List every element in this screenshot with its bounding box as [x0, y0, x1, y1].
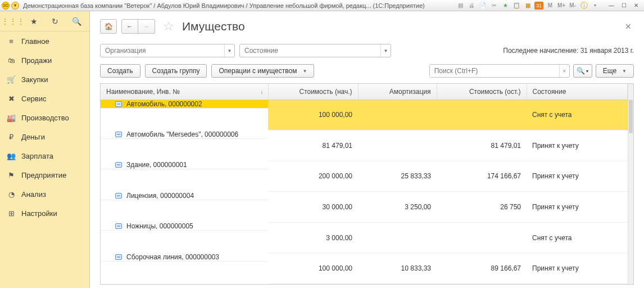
sidebar-item-label: Анализ: [21, 190, 46, 199]
sidebar-item[interactable]: ₽Деньги: [0, 127, 89, 146]
cut-icon[interactable]: ✂: [489, 2, 498, 10]
cell-cost1: 30 000,00: [268, 192, 358, 223]
sidebar-item[interactable]: ⚑Предприятие: [0, 165, 89, 184]
forward-button[interactable]: →: [138, 19, 155, 34]
cell-state: Принят к учету: [527, 192, 628, 223]
collapse-icon[interactable]: [115, 254, 122, 260]
col-amort[interactable]: Амортизация: [358, 84, 437, 100]
m-minus-button[interactable]: M-: [568, 2, 577, 10]
collapse-icon[interactable]: [115, 162, 122, 168]
col-cost1[interactable]: Стоимость (нач.): [268, 84, 358, 100]
main-content: 🏠 ← → ☆ Имущество ✕ ▼ ▼ Последнее начисл…: [90, 11, 644, 288]
clear-search-button[interactable]: ×: [559, 65, 569, 77]
sidebar-item[interactable]: ✖Сервис: [0, 89, 89, 108]
collapse-icon[interactable]: [115, 132, 122, 137]
close-tab-button[interactable]: ✕: [623, 20, 634, 33]
cell-name: Автомобиль "Mersedes", 000000006: [101, 130, 268, 139]
calc-icon[interactable]: ▦: [523, 2, 532, 10]
search-box[interactable]: ×: [429, 64, 570, 78]
collapse-icon[interactable]: [115, 223, 122, 229]
sidebar-item[interactable]: 🏭Производство: [0, 108, 89, 127]
cell-amort: [358, 100, 437, 130]
sidebar-item-icon: 🏭: [7, 113, 16, 122]
advanced-search-button[interactable]: 🔍▾: [573, 64, 592, 78]
cell-state: Снят с учета: [527, 100, 628, 130]
chevron-down-icon[interactable]: ▼: [380, 44, 391, 57]
sidebar-item-label: Сервис: [21, 94, 47, 103]
sidebar-item-icon: ⊞: [7, 209, 16, 218]
dropdown-icon[interactable]: ▾: [591, 2, 600, 10]
cell-amort: [358, 222, 437, 253]
table-row[interactable]: Автомобиль, 000000002100 000,00Снят с уч…: [101, 100, 628, 130]
search-input[interactable]: [430, 65, 559, 77]
cell-cost2: 89 166,67: [437, 253, 527, 284]
cell-cost1: 100 000,00: [268, 100, 358, 130]
m-plus-button[interactable]: M+: [557, 2, 566, 10]
col-cost2[interactable]: Стоимость (ост.): [437, 84, 527, 100]
sidebar-item-icon: 🛍: [7, 56, 16, 65]
chevron-down-icon: ▼: [302, 69, 307, 74]
sidebar-item-label: Продажи: [21, 56, 52, 65]
collapse-icon[interactable]: [115, 101, 122, 107]
sidebar-item[interactable]: 👥Зарплата: [0, 146, 89, 165]
cell-cost1: 81 479,01: [268, 130, 358, 161]
sidebar-item-icon: ₽: [7, 132, 16, 141]
sidebar-item-label: Деньги: [21, 133, 45, 141]
sidebar-item[interactable]: 🛒Закупки: [0, 70, 89, 89]
tool-icon[interactable]: ▤: [456, 2, 465, 10]
minimize-button[interactable]: —: [605, 1, 618, 10]
sidebar: ⋮⋮⋮ ★ ↻ 🔍 ≡Главное🛍Продажи🛒Закупки✖Серви…: [0, 11, 90, 288]
create-group-button[interactable]: Создать группу: [145, 64, 207, 78]
state-combo[interactable]: ▼: [239, 44, 391, 57]
cell-state: Принят к учету: [527, 161, 628, 192]
maximize-button[interactable]: ☐: [618, 1, 630, 10]
sidebar-item-icon: 🛒: [7, 75, 16, 84]
table-row[interactable]: Здание, 000000001200 000,0025 833,33174 …: [101, 161, 628, 192]
org-combo[interactable]: ▼: [100, 44, 235, 57]
create-button[interactable]: Создать: [100, 64, 140, 78]
dropdown-icon[interactable]: ▾: [11, 2, 19, 10]
collapse-icon[interactable]: [115, 193, 122, 199]
table-row[interactable]: Лицензия, 00000000430 000,003 250,0026 7…: [101, 192, 628, 223]
cell-state: Снят с учета: [527, 222, 628, 253]
state-input[interactable]: [240, 44, 380, 57]
search-icon[interactable]: 🔍: [70, 15, 83, 28]
sidebar-item[interactable]: 🛍Продажи: [0, 51, 89, 70]
favorite-star-icon[interactable]: ☆: [163, 19, 174, 34]
cell-name: Здание, 000000001: [101, 161, 268, 169]
clipboard-icon[interactable]: 📋: [512, 2, 521, 10]
more-button[interactable]: Еще ▼: [596, 64, 634, 78]
history-icon[interactable]: ↻: [48, 15, 62, 28]
cell-state: Принят к учету: [527, 253, 628, 284]
sidebar-item[interactable]: ≡Главное: [0, 32, 89, 51]
window-titlebar: 1C ▾ Демонстрационная база компании "Вет…: [0, 0, 644, 11]
sidebar-item-label: Настройки: [21, 209, 57, 218]
chevron-down-icon[interactable]: ▼: [224, 44, 234, 57]
table-row[interactable]: Сборочная линия, 000000003100 000,0010 8…: [101, 253, 628, 284]
operations-button[interactable]: Операции с имуществом ▼: [211, 64, 314, 78]
info-icon[interactable]: ⓘ: [579, 2, 588, 10]
sidebar-item-icon: ✖: [7, 94, 16, 103]
table-row[interactable]: Ножницы, 0000000053 000,00Снят с учета: [101, 222, 628, 253]
sidebar-item[interactable]: ⊞Настройки: [0, 204, 89, 223]
tool-icon[interactable]: 🖨: [467, 2, 476, 10]
back-button[interactable]: ←: [121, 19, 138, 34]
cell-cost2: [437, 100, 527, 130]
home-button[interactable]: 🏠: [100, 19, 117, 34]
cell-cost2: 26 750: [437, 192, 527, 223]
tool-icon[interactable]: 📄: [478, 2, 487, 10]
col-state[interactable]: Состояние: [527, 84, 628, 100]
calendar-icon[interactable]: 31: [534, 2, 543, 10]
close-button[interactable]: ✕: [630, 1, 642, 10]
org-input[interactable]: [101, 44, 224, 57]
col-name[interactable]: Наименование, Инв. №↓: [101, 84, 268, 100]
m-button[interactable]: M: [546, 2, 555, 10]
star-icon[interactable]: ★: [501, 2, 510, 10]
table-row[interactable]: Автомобиль "Mersedes", 00000000681 479,0…: [101, 130, 628, 161]
apps-icon[interactable]: ⋮⋮⋮: [6, 15, 20, 28]
star-icon[interactable]: ★: [28, 15, 41, 28]
sidebar-item[interactable]: ◔Анализ: [0, 184, 89, 204]
cell-name: Ножницы, 000000005: [101, 222, 268, 231]
cell-cost2: 81 479,01: [437, 130, 527, 161]
scrollbar[interactable]: [628, 84, 633, 284]
